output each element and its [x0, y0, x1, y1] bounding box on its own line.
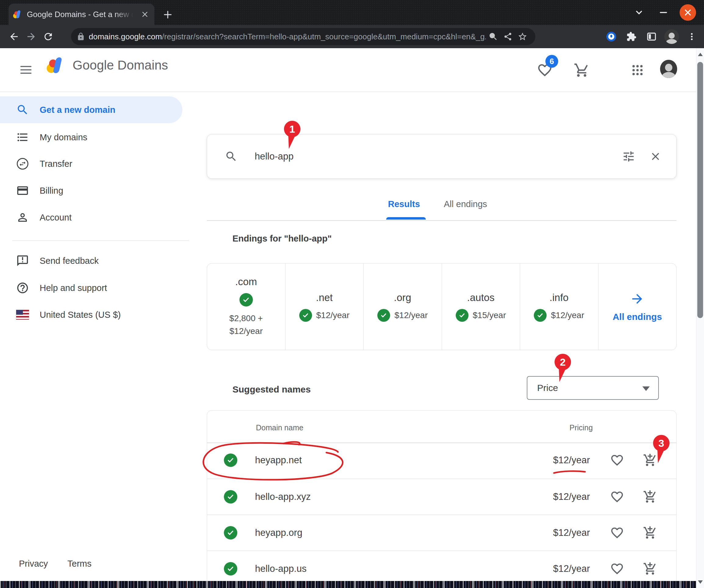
sidebar-item-label: Billing	[40, 186, 63, 196]
table-row-heyapp-org[interactable]: heyapp.org $12/year	[207, 515, 676, 551]
tld-price: $12/year	[551, 310, 584, 320]
search-input-value[interactable]: hello-app	[255, 151, 622, 162]
reload-button[interactable]	[40, 28, 57, 45]
add-to-cart-button[interactable]	[642, 561, 658, 576]
ending-card-com[interactable]: .com $2,800 +$12/year	[207, 263, 285, 350]
brand[interactable]: Google Domains	[45, 56, 168, 74]
table-row-hello-app-xyz[interactable]: hello-app.xyz $12/year	[207, 478, 676, 515]
app-header: Google Domains 6	[0, 48, 704, 92]
tab-close-icon[interactable]	[140, 9, 150, 19]
sort-dropdown-value: Price	[537, 383, 558, 393]
share-icon[interactable]	[501, 29, 515, 44]
add-to-cart-button[interactable]	[642, 489, 658, 505]
endings-heading: Endings for "hello-app"	[232, 234, 332, 244]
password-manager-icon[interactable]	[604, 28, 619, 45]
page-scrollbar	[696, 48, 704, 588]
window-close-button[interactable]	[680, 4, 696, 21]
price-line1: $2,800 +	[229, 313, 263, 323]
available-check-icon	[239, 293, 253, 306]
favorite-heart-button[interactable]	[609, 561, 625, 576]
extensions-puzzle-icon[interactable]	[624, 28, 639, 45]
available-check-icon	[534, 309, 547, 322]
menu-hamburger-button[interactable]	[18, 62, 34, 78]
favorite-heart-button[interactable]	[609, 453, 625, 468]
sidebar-item-label: Send feedback	[40, 256, 99, 266]
scrollbar-down-button[interactable]	[696, 576, 704, 588]
domain-price: $12/year	[553, 527, 590, 538]
zoom-page-icon[interactable]	[486, 29, 501, 44]
favorites-heart-button[interactable]: 6	[536, 62, 553, 79]
tab-results[interactable]: Results	[388, 199, 420, 209]
side-panel-icon[interactable]	[644, 28, 659, 45]
browser-menu-kebab-icon[interactable]	[685, 28, 699, 45]
favorite-heart-button[interactable]	[609, 489, 625, 505]
sidebar-item-account[interactable]: Account	[0, 204, 195, 231]
clipped-content-strip	[0, 581, 696, 588]
bookmark-star-icon[interactable]	[515, 29, 530, 44]
domain-search-box[interactable]: hello-app	[207, 134, 677, 179]
ending-card-autos[interactable]: .autos $15/year	[442, 263, 520, 350]
lock-icon	[76, 32, 85, 41]
sidebar-item-send-feedback[interactable]: Send feedback	[0, 247, 195, 274]
favorite-heart-button[interactable]	[609, 525, 625, 540]
brand-name: Google Domains	[73, 58, 168, 73]
scrollbar-up-button[interactable]	[696, 48, 704, 60]
terms-link[interactable]: Terms	[67, 559, 92, 569]
tld-price: $12/year	[394, 310, 428, 320]
sidebar-item-help-and-support[interactable]: Help and support	[0, 275, 195, 301]
tab-favicon	[13, 10, 22, 19]
tab-all-endings[interactable]: All endings	[444, 199, 487, 209]
all-endings-link[interactable]: All endings	[598, 263, 677, 350]
suggested-names-heading: Suggested names	[232, 384, 311, 395]
sidebar-item-country-currency[interactable]: United States (US $)	[0, 301, 195, 328]
add-to-cart-button[interactable]	[642, 453, 658, 468]
available-check-icon	[377, 309, 390, 322]
ending-card-net[interactable]: .net $12/year	[285, 263, 364, 350]
table-row-heyapp-net[interactable]: heyapp.net $12/year	[207, 443, 676, 478]
column-header-domain-name: Domain name	[256, 423, 303, 432]
domain-price: $12/year	[553, 455, 590, 466]
us-flag-icon	[16, 308, 29, 321]
new-tab-button[interactable]	[161, 8, 174, 21]
forward-button[interactable]	[22, 28, 40, 45]
column-header-pricing: Pricing	[570, 423, 593, 432]
available-check-icon	[456, 309, 469, 322]
window-menu-chevron-icon[interactable]	[632, 5, 646, 19]
tld-label: .net	[316, 292, 333, 303]
filter-tune-icon[interactable]	[622, 150, 635, 163]
tld-label: .com	[235, 276, 257, 288]
sidebar-item-my-domains[interactable]: My domains	[0, 124, 195, 151]
sidebar-item-label: Help and support	[40, 283, 107, 293]
sidebar-item-get-a-new-domain[interactable]: Get a new domain	[0, 96, 182, 123]
browser-profile-avatar[interactable]	[664, 29, 679, 44]
clear-search-icon[interactable]	[649, 151, 662, 163]
price-sort-dropdown[interactable]: Price	[527, 376, 659, 400]
sidebar-item-billing[interactable]: Billing	[0, 177, 195, 204]
sidebar-item-label: Transfer	[40, 159, 72, 169]
privacy-link[interactable]: Privacy	[19, 559, 48, 569]
address-bar[interactable]: domains.google.com/registrar/search?sear…	[71, 28, 535, 45]
ending-card-info[interactable]: .info $12/year	[520, 263, 598, 350]
domain-name: hello-app.us	[255, 563, 306, 574]
sidebar-item-label: Account	[40, 213, 72, 223]
tld-label: .org	[394, 292, 411, 303]
browser-tab[interactable]: Google Domains - Get a new d	[8, 4, 154, 25]
tld-label: .info	[550, 292, 569, 303]
sidebar-item-transfer[interactable]: Transfer	[0, 151, 195, 177]
add-to-cart-button[interactable]	[642, 525, 658, 540]
scrollbar-thumb[interactable]	[697, 62, 703, 318]
brand-logo-icon	[45, 56, 67, 74]
tld-price: $12/year	[316, 310, 350, 320]
window-minimize-button[interactable]	[656, 5, 670, 19]
back-button[interactable]	[5, 28, 22, 45]
domain-name: heyapp.net	[255, 455, 302, 466]
credit-card-icon	[16, 184, 29, 197]
apps-grid-button[interactable]	[629, 62, 646, 79]
cart-button[interactable]	[573, 62, 590, 79]
url-text: domains.google.com/registrar/search?sear…	[89, 32, 486, 42]
account-avatar[interactable]	[660, 60, 677, 77]
feedback-icon	[16, 254, 29, 268]
toolbar-extensions-area	[604, 28, 699, 45]
available-check-icon	[299, 309, 312, 322]
ending-card-org[interactable]: .org $12/year	[363, 263, 442, 350]
